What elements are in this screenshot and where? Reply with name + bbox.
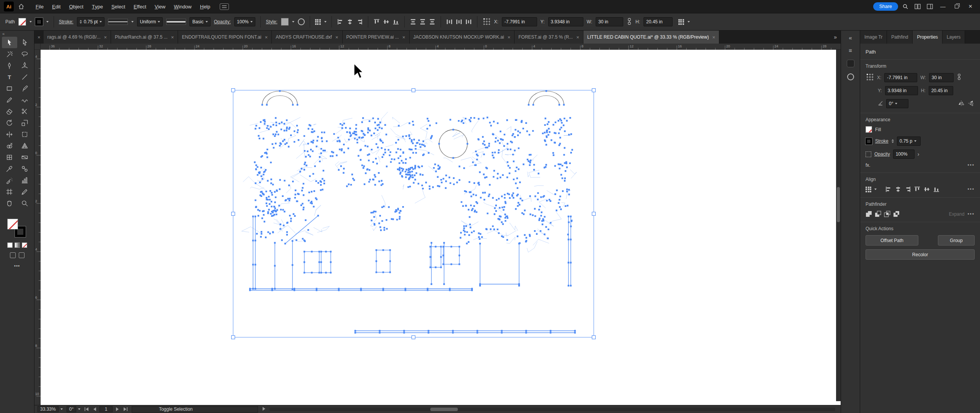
w-field[interactable]: 30 in (596, 17, 623, 26)
distribute-h-center-icon[interactable] (456, 18, 462, 25)
tab-close-icon[interactable]: × (171, 34, 174, 40)
align-h-center-icon[interactable] (346, 18, 353, 25)
constrain-proportions-icon[interactable] (957, 73, 962, 81)
eraser-tool-icon[interactable] (2, 106, 17, 117)
fill-swatch[interactable] (18, 18, 26, 26)
artwork-canvas[interactable] (34, 44, 841, 405)
rectangle-tool-icon[interactable] (2, 83, 17, 94)
pen-tool-icon[interactable] (2, 60, 17, 71)
horizontal-scrollbar[interactable] (270, 408, 835, 411)
previous-artboard-icon[interactable] (92, 407, 97, 411)
tab-close-icon[interactable]: × (265, 34, 268, 40)
paintbrush-tool-icon[interactable] (17, 83, 33, 94)
profile-caret-icon[interactable] (131, 21, 134, 23)
transform-h-field[interactable]: 20.45 in (929, 86, 953, 95)
stroke-weight-caret-icon[interactable] (100, 21, 102, 23)
brush-field[interactable]: Basic (189, 17, 210, 26)
artboard-tool-icon[interactable] (2, 186, 17, 197)
opacity-more-icon[interactable]: › (918, 151, 920, 157)
dock-collapse-icon[interactable]: « (849, 34, 852, 41)
fill-swatch[interactable] (866, 126, 872, 133)
opacity-link[interactable]: Opacity (874, 151, 890, 157)
align-bottom-icon[interactable] (392, 18, 399, 25)
none-button[interactable] (22, 242, 27, 248)
group-button[interactable]: Group (938, 235, 975, 246)
align-to-caret-icon[interactable] (874, 189, 877, 190)
blend-tool-icon[interactable] (17, 163, 33, 174)
last-artboard-icon[interactable] (123, 407, 128, 411)
stroke-link[interactable]: Stroke: (59, 19, 74, 24)
minimize-button[interactable]: — (937, 2, 949, 11)
width-profile-field[interactable]: Uniform (137, 17, 163, 26)
expand-button[interactable]: Expand (949, 211, 965, 217)
scale-tool-icon[interactable] (17, 117, 33, 128)
fill-proxy-swatch[interactable] (7, 219, 18, 229)
document-tab[interactable]: JACOBSON KNUTSON MOCKUP WORK.ai× (410, 31, 515, 44)
libraries-icon[interactable] (847, 60, 854, 67)
stroke-weight-field[interactable]: 0.75 p (897, 137, 921, 146)
rotation-control[interactable]: 0° (67, 406, 80, 412)
y-field[interactable]: 3.9348 in (548, 17, 583, 26)
illustrator-logo[interactable]: Ai (4, 2, 14, 11)
width-profile-caret-icon[interactable] (158, 21, 160, 23)
style-link[interactable]: Style: (266, 19, 277, 24)
hand-tool-icon[interactable] (2, 197, 17, 209)
distribute-v-center-icon[interactable] (419, 18, 426, 25)
intersect-icon[interactable] (884, 211, 890, 217)
menu-help[interactable]: Help (196, 0, 214, 13)
fill-stroke-indicator[interactable] (7, 219, 28, 239)
zoom-caret-icon[interactable] (60, 408, 63, 410)
transform-options-caret-icon[interactable] (688, 21, 690, 23)
align-v-center-icon[interactable] (383, 18, 390, 25)
vertical-ruler[interactable]: 420246810 (34, 44, 41, 405)
gradient-button[interactable] (15, 242, 20, 248)
opacity-field[interactable]: 100% (893, 150, 915, 159)
stroke-link[interactable]: Stroke (875, 138, 889, 144)
first-artboard-icon[interactable] (84, 407, 89, 411)
tab-close-icon[interactable]: × (576, 34, 579, 40)
align-v-center-icon[interactable] (923, 186, 930, 193)
distribute-left-icon[interactable] (446, 18, 453, 25)
gradient-tool-icon[interactable] (17, 151, 33, 163)
shape-builder-tool-icon[interactable] (2, 140, 17, 151)
canvas[interactable]: 36322824201612840481216202428 420246810 (34, 44, 841, 405)
stroke-swatch[interactable] (35, 18, 43, 26)
align-left-icon[interactable] (337, 18, 344, 25)
transform-w-field[interactable]: 30 in (929, 73, 954, 82)
document-tab[interactable]: FOREST.ai @ 37.5 % (R...× (514, 31, 583, 44)
menu-select[interactable]: Select (107, 0, 129, 13)
select-similar-caret-icon[interactable] (324, 21, 327, 23)
distribute-bottom-icon[interactable] (429, 18, 436, 25)
type-tool-icon[interactable]: T (2, 71, 17, 83)
graphic-style-swatch[interactable] (281, 18, 289, 26)
workspace-switcher-icon[interactable] (925, 2, 935, 11)
transform-options-icon[interactable] (678, 19, 684, 25)
horizontal-ruler[interactable]: 36322824201612840481216202428 (34, 44, 841, 50)
fx-button[interactable]: fx. (866, 163, 871, 168)
status-expand-icon[interactable] (262, 406, 266, 412)
tab-close-icon[interactable]: × (104, 34, 107, 40)
panel-tab-properties[interactable]: Properties (913, 31, 942, 44)
align-h-center-icon[interactable] (895, 186, 902, 193)
home-icon[interactable] (16, 2, 26, 11)
opacity-caret-icon[interactable] (250, 21, 253, 23)
reference-point-icon[interactable] (866, 73, 874, 82)
pathfinder-more-icon[interactable]: ••• (967, 211, 975, 217)
arrange-documents-icon[interactable] (913, 2, 923, 11)
stroke-stepper[interactable] (80, 20, 82, 24)
select-similar-icon[interactable] (315, 19, 321, 25)
minus-front-icon[interactable] (875, 211, 881, 217)
close-button[interactable]: × (965, 2, 976, 11)
align-to-icon[interactable] (866, 187, 871, 192)
rotate-angle-caret-icon[interactable] (895, 103, 897, 104)
menu-effect[interactable]: Effect (129, 0, 150, 13)
eyedropper-tool-icon[interactable] (2, 163, 17, 174)
next-artboard-icon[interactable] (115, 407, 120, 411)
align-left-icon[interactable] (885, 186, 892, 193)
style-caret-icon[interactable] (292, 21, 294, 23)
h-field[interactable]: 20.45 in (644, 17, 673, 26)
rotate-angle-field[interactable]: 0° (886, 99, 908, 108)
tab-close-icon[interactable]: × (335, 34, 338, 40)
tab-close-icon[interactable]: × (508, 34, 511, 40)
column-graph-tool-icon[interactable] (17, 174, 33, 186)
